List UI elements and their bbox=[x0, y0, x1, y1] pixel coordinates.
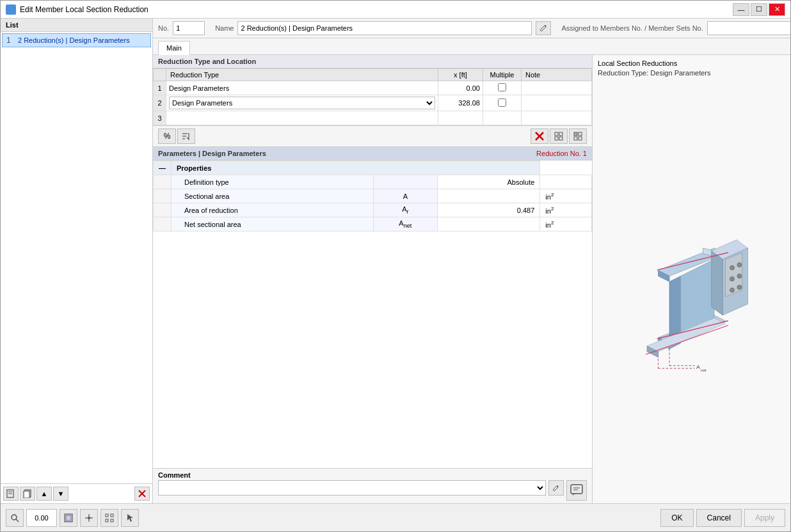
preview-panel: Local Section Reductions Reduction Type:… bbox=[592, 55, 790, 503]
col-num-header bbox=[154, 69, 166, 81]
tab-main[interactable]: Main bbox=[158, 41, 190, 55]
x-input-2[interactable] bbox=[441, 99, 480, 107]
grid2-button[interactable] bbox=[569, 129, 587, 144]
assigned-input[interactable] bbox=[707, 21, 790, 35]
assigned-label: Assigned to Members No. / Member Sets No… bbox=[561, 24, 703, 32]
prop-value-sectional bbox=[437, 189, 540, 203]
svg-rect-16 bbox=[555, 137, 558, 140]
prop-name-definition: Definition type bbox=[172, 175, 374, 189]
maximize-button[interactable]: ☐ bbox=[751, 3, 767, 16]
action-bar: OK Cancel Apply bbox=[1, 503, 790, 531]
svg-line-55 bbox=[16, 519, 19, 522]
toolbar-right bbox=[531, 129, 587, 144]
svg-rect-22 bbox=[571, 485, 582, 494]
svg-text:A: A bbox=[696, 364, 700, 370]
name-input[interactable] bbox=[237, 21, 532, 35]
tab-bar: Main bbox=[153, 38, 790, 55]
snap-tool-button[interactable] bbox=[80, 509, 98, 527]
sidebar-items: 1 2 Reduction(s) | Design Parameters bbox=[1, 32, 152, 483]
delete-row-button[interactable] bbox=[531, 129, 548, 144]
move-down-button[interactable]: ▼ bbox=[53, 487, 68, 501]
3d-preview-svg: A net bbox=[602, 203, 781, 382]
minimize-button[interactable]: — bbox=[733, 3, 749, 16]
svg-rect-15 bbox=[559, 132, 563, 136]
type-select-2[interactable]: Design Parameters bbox=[169, 97, 435, 109]
prop-unit-sectional: in2 bbox=[540, 189, 592, 203]
percent-button[interactable]: % bbox=[158, 129, 176, 144]
move-up-button[interactable]: ▲ bbox=[36, 487, 52, 501]
sidebar-footer: ▲ ▼ bbox=[1, 483, 152, 503]
copy-item-button[interactable] bbox=[20, 487, 35, 501]
new-item-button[interactable] bbox=[3, 487, 19, 501]
comment-input[interactable] bbox=[158, 480, 546, 496]
prop-symbol-net-sectional: Anet bbox=[374, 217, 438, 231]
multiple-cell-1 bbox=[483, 81, 521, 95]
prop-expand-4 bbox=[154, 217, 172, 231]
params-table: — Properties Definition type Absolute bbox=[153, 160, 592, 231]
svg-rect-21 bbox=[579, 137, 582, 140]
no-input[interactable] bbox=[173, 21, 205, 35]
delete-item-button[interactable] bbox=[134, 487, 150, 501]
type-cell-2: Design Parameters bbox=[166, 95, 438, 111]
toolbar-left: % bbox=[158, 129, 195, 144]
multiple-check-2[interactable] bbox=[498, 98, 506, 107]
params-title: Parameters | Design Parameters bbox=[158, 150, 266, 157]
preview-title: Local Section Reductions bbox=[598, 59, 785, 68]
svg-point-37 bbox=[730, 265, 734, 270]
comment-add-button[interactable] bbox=[566, 480, 587, 501]
reduction-table: Reduction Type x [ft] Multiple Note 1 bbox=[153, 68, 592, 125]
multiple-check-1[interactable] bbox=[498, 83, 506, 91]
item-number: 1 bbox=[6, 36, 15, 45]
table-row: 3 bbox=[154, 111, 592, 125]
prop-symbol-definition bbox=[374, 175, 438, 189]
properties-header-row: — Properties bbox=[154, 161, 592, 175]
name-edit-button[interactable] bbox=[536, 21, 551, 35]
prop-value-definition: Absolute bbox=[437, 175, 540, 189]
grid1-button[interactable] bbox=[550, 129, 568, 144]
comment-section: Comment bbox=[153, 468, 592, 503]
sidebar-item-1[interactable]: 1 2 Reduction(s) | Design Parameters bbox=[2, 33, 151, 47]
prop-symbol-area-reduction: Ar bbox=[374, 203, 438, 217]
svg-rect-4 bbox=[24, 491, 29, 498]
svg-rect-19 bbox=[579, 132, 582, 136]
center-panel: Reduction Type and Location Reduction Ty… bbox=[153, 55, 592, 503]
param-row-definition: Definition type Absolute bbox=[154, 175, 592, 189]
type-cell-1: Design Parameters bbox=[166, 81, 438, 95]
x-input-1[interactable] bbox=[441, 84, 480, 92]
svg-rect-57 bbox=[66, 515, 71, 520]
prop-unit-net-sectional: in2 bbox=[540, 217, 592, 231]
type-cell-3 bbox=[166, 111, 438, 125]
preview-image: A net bbox=[593, 82, 790, 503]
cancel-button[interactable]: Cancel bbox=[696, 509, 742, 527]
params-reduction-no: Reduction No. 1 bbox=[536, 150, 587, 157]
svg-point-42 bbox=[737, 285, 741, 290]
comment-edit-button[interactable] bbox=[548, 480, 564, 496]
svg-marker-35 bbox=[711, 251, 723, 315]
select-tool-button[interactable] bbox=[60, 509, 77, 527]
expand-icon[interactable]: — bbox=[154, 161, 172, 175]
multiple-cell-3 bbox=[483, 111, 521, 125]
no-label: No. bbox=[158, 24, 169, 32]
table-toolbar: % bbox=[153, 125, 592, 146]
sort-button[interactable] bbox=[177, 129, 195, 144]
prop-name-sectional: Sectional area bbox=[172, 189, 374, 203]
close-button[interactable]: ✕ bbox=[769, 3, 785, 16]
row-num-2: 2 bbox=[154, 95, 166, 111]
x-cell-1 bbox=[438, 81, 483, 95]
svg-rect-61 bbox=[106, 514, 108, 517]
action-bar-left bbox=[6, 509, 139, 527]
apply-button[interactable]: Apply bbox=[744, 509, 785, 527]
pointer-tool-button[interactable] bbox=[121, 509, 139, 527]
search-tool-button[interactable] bbox=[6, 509, 24, 527]
note-cell-2 bbox=[521, 95, 591, 111]
ok-button[interactable]: OK bbox=[660, 509, 693, 527]
prop-unit-area-reduction: in2 bbox=[540, 203, 592, 217]
prop-name-net-sectional: Net sectional area bbox=[172, 217, 374, 231]
prop-unit-definition bbox=[540, 175, 592, 189]
row-num-3: 3 bbox=[154, 111, 166, 125]
coordinate-input[interactable] bbox=[26, 509, 57, 527]
x-cell-3 bbox=[438, 111, 483, 125]
grid-tool-button[interactable] bbox=[100, 509, 118, 527]
svg-rect-20 bbox=[574, 137, 577, 140]
prop-name-area-reduction: Area of reduction bbox=[172, 203, 374, 217]
